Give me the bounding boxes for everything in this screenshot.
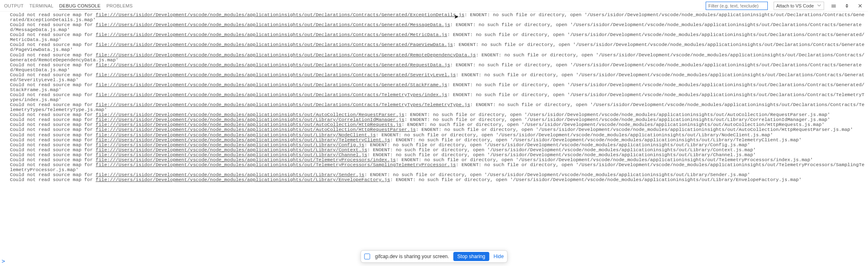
console-line-prefix: Could not read source map for xyxy=(10,52,96,58)
console-line-prefix: Could not read source map for xyxy=(10,92,96,97)
console-line-url[interactable]: file:///Users/isidor/Development/vscode/… xyxy=(96,92,447,97)
console-line-prefix: Could not read source map for xyxy=(10,117,96,122)
maximize-panel-icon[interactable] xyxy=(843,2,851,10)
console-line-url[interactable]: file:///Users/isidor/Development/vscode/… xyxy=(96,32,447,37)
debug-target-label: Attach to VS Code xyxy=(776,3,814,8)
console-line-prefix: Could not read source map for xyxy=(10,172,96,177)
hide-sharing-button[interactable]: Hide xyxy=(494,254,504,259)
chevron-down-icon xyxy=(817,3,821,8)
console-line-suffix: : ENOENT: no such file or directory, ope… xyxy=(404,117,830,122)
console-line-url[interactable]: file:///Users/isidor/Development/vscode/… xyxy=(96,177,390,182)
console-line-prefix: Could not read source map for xyxy=(10,142,96,148)
svg-rect-2 xyxy=(832,7,836,7)
console-line-prefix: Could not read source map for xyxy=(10,147,96,152)
console-line-suffix: : ENOENT: no such file or directory, ope… xyxy=(390,177,802,182)
console-line: Could not read source map for file:///Us… xyxy=(10,42,866,52)
console-line-suffix: : ENOENT: no such file or directory, ope… xyxy=(396,157,813,162)
console-line-prefix: Could not read source map for xyxy=(10,162,96,167)
console-line-prefix: Could not read source map for xyxy=(10,42,96,47)
console-line-prefix: Could not read source map for xyxy=(10,137,96,143)
console-line-url[interactable]: file:///Users/isidor/Development/vscode/… xyxy=(96,152,367,157)
console-line-url[interactable]: file:///Users/isidor/Development/vscode/… xyxy=(96,12,464,17)
screen-share-icon xyxy=(364,254,370,259)
console-line-url[interactable]: file:///Users/isidor/Development/vscode/… xyxy=(96,42,453,47)
console-line-url[interactable]: file:///Users/isidor/Development/vscode/… xyxy=(96,162,456,167)
console-line-suffix: : ENOENT: no such file or directory, ope… xyxy=(416,127,853,132)
console-line: Could not read source map for file:///Us… xyxy=(10,12,866,22)
tab-debug-console[interactable]: DEBUG CONSOLE xyxy=(59,3,101,10)
screen-share-text: gifcap.dev is sharing your screen. xyxy=(375,254,449,259)
console-line-url[interactable]: file:///Users/isidor/Development/vscode/… xyxy=(96,52,476,58)
console-line-url[interactable]: file:///Users/isidor/Development/vscode/… xyxy=(96,127,416,132)
console-line-prefix: Could not read source map for xyxy=(10,102,96,107)
console-line-suffix: : ENOENT: no such file or directory, ope… xyxy=(367,152,756,157)
tab-output[interactable]: OUTPUT xyxy=(4,3,24,8)
console-line-url[interactable]: file:///Users/isidor/Development/vscode/… xyxy=(96,172,364,177)
console-line-url[interactable]: file:///Users/isidor/Development/vscode/… xyxy=(96,117,404,122)
console-line: Could not read source map for file:///Us… xyxy=(10,177,866,182)
console-line-suffix: : ENOENT: no such file or directory, ope… xyxy=(404,112,830,117)
filter-input[interactable] xyxy=(706,2,768,10)
svg-rect-1 xyxy=(832,6,836,6)
stop-sharing-button[interactable]: Stop sharing xyxy=(453,252,489,261)
console-line: Could not read source map for file:///Us… xyxy=(10,53,866,63)
debug-console-output[interactable]: Could not read source map for file:///Us… xyxy=(0,12,868,266)
console-line-prefix: Could not read source map for xyxy=(10,177,96,182)
console-line-url[interactable]: file:///Users/isidor/Development/vscode/… xyxy=(96,62,450,68)
console-line-url[interactable]: file:///Users/isidor/Development/vscode/… xyxy=(96,157,396,162)
console-line-suffix: : ENOENT: no such file or directory, ope… xyxy=(364,172,750,177)
console-line: Could not read source map for file:///Us… xyxy=(10,22,866,32)
console-line-prefix: Could not read source map for xyxy=(10,62,96,68)
console-line: Could not read source map for file:///Us… xyxy=(10,102,866,112)
console-line-url[interactable]: file:///Users/isidor/Development/vscode/… xyxy=(96,72,456,77)
console-line: Could not read source map for file:///Us… xyxy=(10,82,866,92)
console-line-prefix: Could not read source map for xyxy=(10,22,96,27)
console-line-suffix: : ENOENT: no such file or directory, ope… xyxy=(390,137,802,143)
console-line-prefix: Could not read source map for xyxy=(10,82,96,87)
console-line-suffix: : ENOENT: no such file or directory, ope… xyxy=(364,142,750,148)
console-line-prefix: Could not read source map for xyxy=(10,12,96,17)
console-line-suffix: : ENOENT: no such file or directory, ope… xyxy=(401,122,824,127)
console-line-url[interactable]: file:///Users/isidor/Development/vscode/… xyxy=(96,82,447,87)
console-line: Could not read source map for file:///Us… xyxy=(10,32,866,42)
debug-target-select[interactable]: Attach to VS Code xyxy=(774,2,825,10)
console-line: Could not read source map for file:///Us… xyxy=(10,92,866,102)
close-panel-icon[interactable] xyxy=(856,2,864,10)
console-line-prefix: Could not read source map for xyxy=(10,112,96,117)
console-line-url[interactable]: file:///Users/isidor/Development/vscode/… xyxy=(96,132,376,138)
tab-problems[interactable]: PROBLEMS xyxy=(106,3,133,8)
console-line-prefix: Could not read source map for xyxy=(10,127,96,132)
console-line-url[interactable]: file:///Users/isidor/Development/vscode/… xyxy=(96,147,367,152)
console-line-url[interactable]: file:///Users/isidor/Development/vscode/… xyxy=(96,122,401,127)
console-line-prefix: Could not read source map for xyxy=(10,122,96,127)
console-line-prefix: Could not read source map for xyxy=(10,132,96,138)
console-line-url[interactable]: file:///Users/isidor/Development/vscode/… xyxy=(96,22,450,27)
screen-share-bar: gifcap.dev is sharing your screen. Stop … xyxy=(361,250,508,263)
repl-prompt-icon[interactable]: > xyxy=(2,258,5,264)
console-line-url[interactable]: file:///Users/isidor/Development/vscode/… xyxy=(96,112,404,117)
svg-rect-0 xyxy=(832,5,836,5)
tab-terminal[interactable]: TERMINAL xyxy=(29,3,53,8)
console-line: Could not read source map for file:///Us… xyxy=(10,162,866,172)
console-line: Could not read source map for file:///Us… xyxy=(10,73,866,82)
console-line-url[interactable]: file:///Users/isidor/Development/vscode/… xyxy=(96,137,390,143)
console-line: Could not read source map for file:///Us… xyxy=(10,63,866,73)
console-line-prefix: Could not read source map for xyxy=(10,152,96,157)
console-line-url[interactable]: file:///Users/isidor/Development/vscode/… xyxy=(96,102,470,107)
console-line-prefix: Could not read source map for xyxy=(10,32,96,37)
console-line-prefix: Could not read source map for xyxy=(10,157,96,162)
console-line-prefix: Could not read source map for xyxy=(10,72,96,77)
panel-header: OUTPUT TERMINAL DEBUG CONSOLE PROBLEMS A… xyxy=(0,0,868,12)
console-line-suffix: : ENOENT: no such file or directory, ope… xyxy=(376,132,773,138)
console-line-suffix: : ENOENT: no such file or directory, ope… xyxy=(367,147,756,152)
clear-console-icon[interactable] xyxy=(830,2,837,10)
console-line-url[interactable]: file:///Users/isidor/Development/vscode/… xyxy=(96,142,364,148)
